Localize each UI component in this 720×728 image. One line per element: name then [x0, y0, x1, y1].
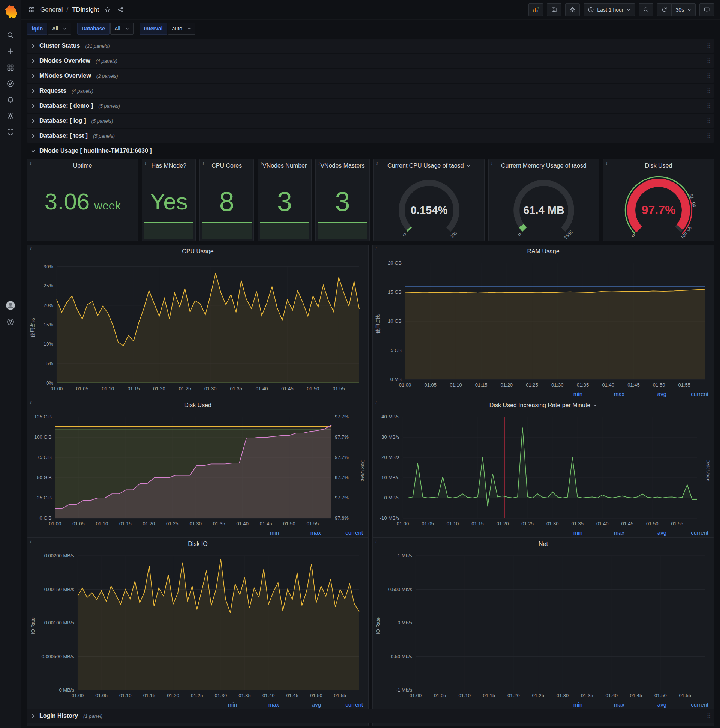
- refresh-button[interactable]: [657, 3, 672, 16]
- row-dnodes-overview[interactable]: DNodes Overview (4 panels) ⠿: [27, 54, 714, 67]
- time-range-picker[interactable]: Last 1 hour: [584, 3, 635, 16]
- grafana-logo-icon[interactable]: [4, 5, 17, 18]
- create-plus-icon[interactable]: [3, 44, 18, 59]
- panel-title[interactable]: Disk IO: [27, 538, 368, 551]
- row-login-history[interactable]: Login History (1 panel) ⠿: [27, 709, 714, 723]
- breadcrumb-section[interactable]: General: [40, 6, 63, 14]
- ram-usage-chart[interactable]: 01:0001:0501:1001:1501:2001:2501:3001:35…: [382, 258, 712, 389]
- legend-column-avg[interactable]: avg: [624, 529, 667, 536]
- refresh-interval-picker[interactable]: 30s: [671, 3, 696, 16]
- drag-handle-icon[interactable]: ⠿: [706, 102, 711, 110]
- alerting-bell-icon[interactable]: [3, 92, 18, 108]
- user-avatar[interactable]: [3, 298, 18, 314]
- cycle-view-mode-button[interactable]: [699, 3, 714, 16]
- panel-info-icon[interactable]: i: [145, 161, 146, 165]
- panel-info-icon[interactable]: i: [203, 161, 204, 165]
- legend-column-max[interactable]: max: [583, 701, 624, 708]
- svg-text:-10 MB/s: -10 MB/s: [380, 515, 400, 521]
- legend-column-current[interactable]: current: [667, 701, 708, 708]
- panel-title[interactable]: Disk Used: [603, 159, 714, 172]
- legend-column-min[interactable]: min: [540, 391, 583, 397]
- cpu-usage-chart[interactable]: 01:0001:0501:1001:1501:2001:2501:3001:35…: [37, 258, 367, 396]
- row-mnodes-overview[interactable]: MNodes Overview (2 panels) ⠿: [27, 69, 714, 83]
- panel-info-icon[interactable]: i: [30, 246, 32, 251]
- panel-title[interactable]: Disk Used: [27, 399, 368, 411]
- server-admin-shield-icon[interactable]: [3, 124, 18, 140]
- drag-handle-icon[interactable]: ⠿: [706, 118, 711, 125]
- row-cluster-status[interactable]: Cluster Status (21 panels) ⠿: [27, 39, 714, 52]
- panel-info-icon[interactable]: i: [491, 161, 493, 165]
- panel-title[interactable]: RAM Usage: [373, 245, 714, 258]
- legend-column-current[interactable]: current: [321, 701, 363, 708]
- drag-handle-icon[interactable]: ⠿: [706, 57, 711, 64]
- drag-handle-icon[interactable]: ⠿: [706, 713, 711, 720]
- legend-column-max[interactable]: max: [583, 529, 624, 536]
- svg-text:01:15: 01:15: [128, 386, 140, 392]
- legend-column-avg[interactable]: avg: [279, 701, 321, 708]
- panel-title[interactable]: VNodes Masters: [316, 159, 369, 172]
- disk-io-chart[interactable]: 01:0001:0501:1001:1501:2001:2501:3001:35…: [37, 551, 367, 700]
- svg-text:75 GiB: 75 GiB: [37, 454, 52, 460]
- panel-info-icon[interactable]: i: [375, 246, 377, 251]
- variable-value-interval[interactable]: auto: [168, 23, 195, 35]
- drag-handle-icon[interactable]: ⠿: [706, 43, 711, 49]
- share-icon[interactable]: [116, 5, 125, 14]
- svg-text:01:40: 01:40: [236, 521, 249, 526]
- breadcrumb-title[interactable]: TDinsight: [72, 6, 99, 14]
- save-dashboard-button[interactable]: [547, 3, 561, 16]
- panel-title[interactable]: CPU Cores: [200, 159, 253, 172]
- panel-title[interactable]: Current CPU Usage of taosd: [374, 159, 484, 172]
- disk-used-chart[interactable]: 01:0001:0501:1001:1501:2001:2501:3001:35…: [29, 412, 359, 528]
- drag-handle-icon[interactable]: ⠿: [706, 133, 711, 139]
- panel-info-icon[interactable]: i: [375, 539, 377, 544]
- dashboards-grid-icon[interactable]: [3, 60, 18, 75]
- row-requests[interactable]: Requests (4 panels) ⠿: [27, 84, 714, 98]
- legend-column-max[interactable]: max: [237, 701, 279, 708]
- svg-text:01:10: 01:10: [102, 386, 114, 392]
- disk-rate-chart[interactable]: 01:0001:0501:1001:1501:2001:2501:3001:35…: [374, 412, 705, 528]
- panel-info-icon[interactable]: i: [30, 400, 32, 405]
- row-dnode-usage[interactable]: DNode Usage [ huolinhe-TM1701:6030 ]: [27, 144, 714, 158]
- row-database-demo[interactable]: Database: [ demo ] (5 panels) ⠿: [27, 99, 714, 113]
- drag-handle-icon[interactable]: ⠿: [706, 87, 711, 95]
- panel-title[interactable]: Disk Used Increasing Rate per Minute: [373, 399, 714, 411]
- panel-title[interactable]: CPU Usage: [27, 245, 368, 258]
- panel-info-icon[interactable]: i: [30, 161, 32, 165]
- legend-column-current[interactable]: current: [321, 529, 363, 536]
- add-panel-button[interactable]: [528, 3, 543, 16]
- dashboard-settings-button[interactable]: [565, 3, 580, 16]
- explore-compass-icon[interactable]: [3, 76, 18, 92]
- legend-column-max[interactable]: max: [583, 391, 624, 397]
- legend-column-min[interactable]: min: [540, 701, 583, 708]
- legend-column-current[interactable]: current: [667, 391, 708, 397]
- drag-handle-icon[interactable]: ⠿: [706, 72, 711, 80]
- legend-column-min[interactable]: min: [237, 529, 279, 536]
- row-database-test[interactable]: Database: [ test ] (5 panels) ⠿: [27, 129, 714, 142]
- panel-info-icon[interactable]: i: [30, 539, 32, 544]
- panel-info-icon[interactable]: i: [377, 161, 378, 165]
- panel-title[interactable]: Net: [373, 538, 714, 551]
- legend-column-min[interactable]: min: [195, 701, 237, 708]
- help-icon[interactable]: [3, 314, 18, 330]
- search-icon[interactable]: [3, 28, 18, 43]
- panel-title[interactable]: Has MNode?: [142, 159, 195, 172]
- variable-value-database[interactable]: All: [110, 23, 134, 35]
- legend-column-max[interactable]: max: [279, 529, 321, 536]
- panel-info-icon[interactable]: i: [375, 400, 377, 405]
- panel-info-icon[interactable]: i: [606, 161, 607, 165]
- zoom-out-button[interactable]: [639, 3, 653, 16]
- panel-info-icon[interactable]: i: [261, 161, 262, 165]
- star-icon[interactable]: [103, 5, 112, 14]
- variable-value-fqdn[interactable]: All: [48, 23, 71, 35]
- configuration-gear-icon[interactable]: [3, 108, 18, 124]
- legend-column-min[interactable]: min: [540, 529, 583, 536]
- panel-title[interactable]: Uptime: [27, 159, 137, 172]
- legend-column-avg[interactable]: avg: [624, 391, 667, 397]
- net-chart[interactable]: 01:0001:0501:1001:1501:2001:2501:3001:35…: [382, 551, 712, 700]
- panel-title[interactable]: Current Memory Usage of taosd: [489, 159, 599, 172]
- panel-title[interactable]: VNodes Number: [258, 159, 311, 172]
- legend-column-avg[interactable]: avg: [624, 701, 667, 708]
- row-database-log[interactable]: Database: [ log ] (5 panels) ⠿: [27, 114, 714, 128]
- legend-column-current[interactable]: current: [667, 529, 708, 536]
- panel-info-icon[interactable]: i: [318, 161, 320, 165]
